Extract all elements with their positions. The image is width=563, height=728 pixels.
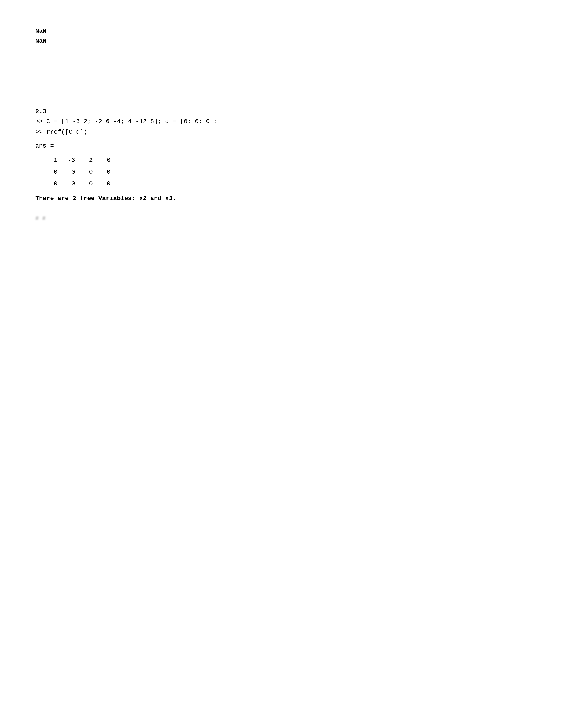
nan-line-2: NaN [35, 36, 521, 46]
command-line-1: >> C = [1 -3 2; -2 6 -4; 4 -12 8]; d = [… [35, 117, 521, 127]
matrix-cell: 0 [102, 155, 119, 166]
main-content: NaN NaN 2.3 >> C = [1 -3 2; -2 6 -4; 4 -… [35, 26, 521, 222]
matrix-cell: 1 [53, 155, 66, 166]
matrix-row-2: 0 0 0 0 [53, 166, 119, 178]
matrix-cell: 2 [84, 155, 102, 166]
matrix-row-1: 1 -3 2 0 [53, 155, 119, 166]
matrix-cell: 0 [53, 178, 66, 190]
section-2-3: 2.3 >> C = [1 -3 2; -2 6 -4; 4 -12 8]; d… [35, 108, 521, 202]
matrix-table: 1 -3 2 0 0 0 0 0 0 0 0 0 [53, 155, 119, 190]
matrix-cell: 0 [66, 166, 84, 178]
matrix-cell: 0 [84, 166, 102, 178]
blurred-section: # # [35, 215, 521, 222]
ans-label: ans = [35, 143, 521, 149]
section-number: 2.3 [35, 108, 521, 115]
matrix-cell: 0 [102, 166, 119, 178]
matrix-cell: 0 [66, 178, 84, 190]
blurred-text: # # [35, 215, 46, 222]
free-vars-text: There are 2 free Variables: x2 and x3. [35, 195, 521, 202]
matrix-cell: -3 [66, 155, 84, 166]
matrix-cell: 0 [53, 166, 66, 178]
matrix-row-3: 0 0 0 0 [53, 178, 119, 190]
command-line-2: >> rref([C d]) [35, 127, 521, 137]
nan-section: NaN NaN [35, 26, 521, 46]
matrix-cell: 0 [102, 178, 119, 190]
nan-line-1: NaN [35, 26, 521, 36]
matrix-cell: 0 [84, 178, 102, 190]
